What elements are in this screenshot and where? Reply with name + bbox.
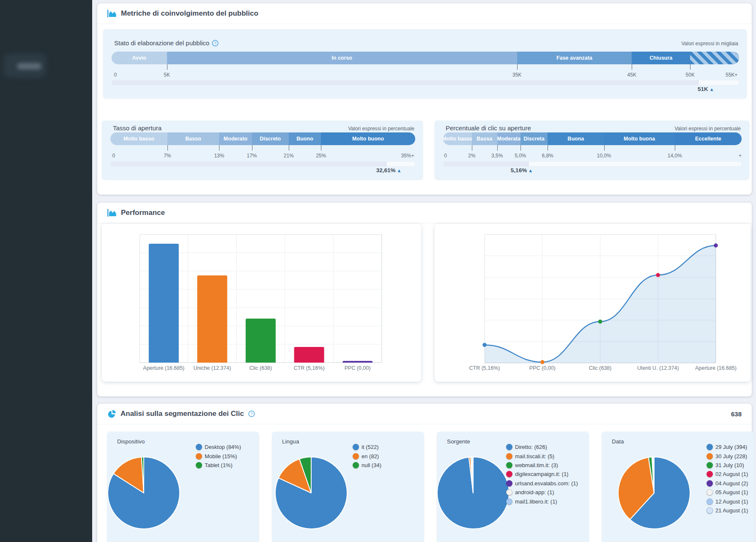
legend-label: 02 August (1): [715, 471, 748, 477]
legend-item[interactable]: null (34): [353, 461, 381, 470]
gauge-title-text: Stato di elaborazione del pubblico: [114, 39, 209, 47]
legend-color-dot: [506, 480, 512, 487]
legend-item[interactable]: 04 August (2): [707, 479, 748, 488]
legend-label: Diretto: (626): [515, 444, 547, 450]
legend-item[interactable]: Desktop (84%): [196, 443, 241, 451]
gauge-tick-mark: [252, 145, 252, 151]
legend-label: Tablet (1%): [205, 462, 233, 468]
bar: [197, 275, 227, 363]
legend-item[interactable]: 31 July (10): [707, 461, 748, 470]
bar: [342, 361, 373, 363]
pie-card-device: Dispositivo Desktop (84%)Mobile (15%)Tab…: [107, 432, 259, 542]
legend-label: Desktop (84%): [205, 444, 241, 450]
legend-color-dot: [506, 498, 512, 505]
legend-item[interactable]: Mobile (15%): [196, 451, 241, 460]
gauge-segment: Fase avanzata: [517, 52, 632, 64]
gauge-value-fill: [444, 162, 529, 166]
gauge-title-text: Tasso di apertura: [113, 124, 162, 132]
legend-item[interactable]: digilexcampaign.it: (1): [506, 470, 578, 479]
pie-chart-device: [107, 456, 181, 530]
gauge-segment: Buona: [548, 132, 604, 145]
legend-label: 05 August (1): [715, 489, 748, 495]
axis-label: Aperture (16.685): [143, 365, 184, 371]
legend-label: urlsand.esvalabs.com: (1): [515, 480, 578, 487]
pie-chart-source: [436, 456, 510, 530]
legend-item[interactable]: 05 August (1): [707, 488, 748, 497]
total-clicks-count: 638: [731, 410, 742, 418]
gauge-tick-label: 7%: [164, 153, 171, 159]
legend-label: mail1.libero.it: (1): [515, 498, 557, 505]
sidebar: [0, 0, 92, 542]
legend-label: 30 July (228): [715, 453, 747, 459]
area-chart-icon: [107, 209, 117, 217]
legend-color-dot: [196, 462, 202, 468]
gauge-tick-label: 5K: [164, 72, 170, 78]
line-chart-card: CTR (5,16%)PPC (0,00)Clic (638)Utenti U.…: [435, 224, 751, 382]
axis-label: Clic (638): [589, 365, 612, 371]
legend-label: 21 August (1): [715, 507, 748, 514]
legend-item[interactable]: 29 July (394): [707, 443, 748, 451]
up-triangle-icon: ▲: [528, 168, 533, 173]
legend-item[interactable]: Tablet (1%): [196, 461, 241, 470]
gauge-unit-note: Valori espressi in percentuale: [674, 126, 741, 132]
legend-item[interactable]: en (82): [353, 451, 381, 460]
legend-item[interactable]: 21 August (1): [707, 506, 748, 515]
legend-item[interactable]: it (522): [353, 443, 381, 451]
legend-item[interactable]: 12 August (1): [707, 497, 748, 506]
svg-text:?: ?: [250, 411, 252, 416]
section-header: Performance: [97, 203, 752, 223]
gauge-tick-mark: [289, 145, 289, 151]
pie-legend: 29 July (394)30 July (228)31 July (10)02…: [707, 443, 748, 515]
pie-slice: [473, 457, 473, 493]
gauge-tick-label: 50K: [686, 72, 695, 78]
gauge-value-label: 5,16%▲: [443, 167, 533, 173]
line-chart-axis-labels: CTR (5,16%)PPC (0,00)Clic (638)Utenti U.…: [485, 365, 716, 374]
gauge-tick-label: 21%: [284, 153, 294, 159]
data-point: [482, 343, 487, 347]
legend-item[interactable]: urlsand.esvalabs.com: (1): [506, 479, 578, 488]
help-icon[interactable]: ?: [212, 40, 219, 47]
gauge-audience-status: Stato di elaborazione del pubblico ? Val…: [103, 29, 747, 98]
gauge-tick-label: 3,5%: [491, 153, 503, 159]
legend-item[interactable]: android-app: (1): [506, 488, 578, 497]
gauge-segment: Molto buono: [321, 132, 415, 145]
gauge-tick-label: 35K: [512, 72, 521, 78]
axis-label: PPC (0,00): [529, 365, 556, 371]
gauge-tick-label: 35%+: [401, 153, 414, 159]
gauge-value-label: 51K▲: [112, 86, 714, 92]
gauge-segment: Basso: [167, 132, 219, 145]
gauge-segment: Discreta: [520, 132, 548, 145]
pie-card-title: Sorgente: [447, 438, 470, 445]
legend-item[interactable]: 30 July (228): [707, 451, 748, 460]
gauge-tick-mark: [604, 145, 605, 151]
gauge-bar: Molto bassoBassoModeratoDiscretoBuonoMol…: [110, 132, 415, 145]
section-header: Metriche di coinvolgimento del pubblico: [97, 3, 752, 24]
axis-label: Aperture (16.685): [695, 365, 737, 371]
gauge-tick-mark: [675, 145, 675, 151]
bar: [149, 244, 179, 363]
gauge-value-label: 32,61%▲: [110, 167, 401, 173]
gauge-tick-label: 0: [444, 153, 447, 159]
gauge-tick-label: 55K+: [726, 72, 737, 78]
legend-item[interactable]: 02 August (1): [707, 470, 748, 479]
bar: [246, 319, 276, 363]
pie-legend: Diretto: (626)mail.tiscali.it: (5)webmai…: [506, 443, 578, 506]
bar-chart-axis-labels: Aperture (16.685)Uniche (12.374)Clic (63…: [140, 365, 382, 374]
legend-label: 31 July (10): [715, 462, 744, 468]
gauge-value-fill: [112, 80, 698, 85]
legend-item[interactable]: mail.tiscali.it: (5): [506, 451, 578, 460]
legend-item[interactable]: mail1.libero.it: (1): [506, 497, 578, 506]
pie-slice: [654, 457, 654, 493]
gauge-tick-label: 0: [114, 72, 117, 78]
legend-color-dot: [196, 444, 202, 450]
help-icon[interactable]: ?: [248, 410, 255, 417]
legend-item[interactable]: Diretto: (626): [506, 443, 578, 451]
legend-color-dot: [506, 462, 512, 468]
legend-item[interactable]: webmail.tim.it: (3): [506, 461, 578, 470]
legend-label: it (522): [362, 444, 378, 450]
gauge-segment: Eccellente: [675, 132, 742, 145]
bar-chart: [140, 234, 382, 363]
legend-label: 29 July (394): [715, 444, 747, 450]
gauge-scale: 05K35K45K50K55K+: [112, 64, 739, 80]
gauge-segment: Molto buona: [604, 132, 675, 145]
